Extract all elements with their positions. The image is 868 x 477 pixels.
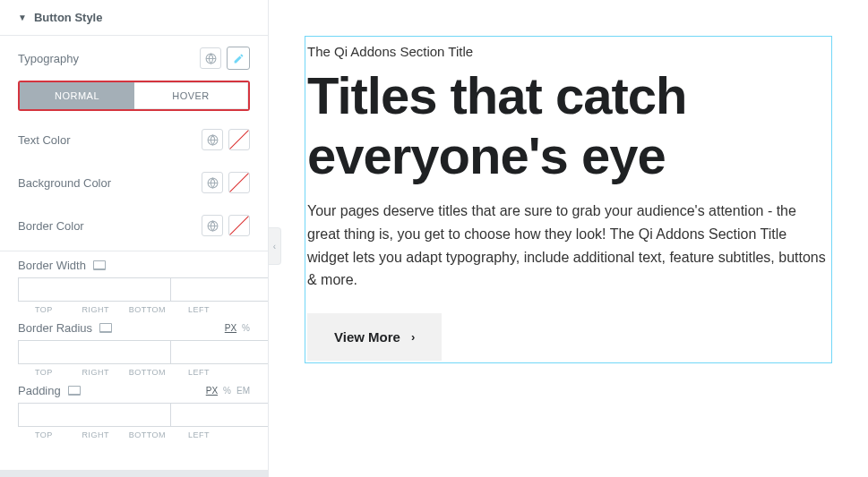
widget-subtitle: The Qi Addons Section Title [305,37,831,64]
section-title: Button Style [34,11,103,24]
section-title-widget[interactable]: The Qi Addons Section Title Titles that … [305,36,832,363]
border-color-label: Border Color [18,219,84,233]
responsive-icon[interactable] [93,260,106,270]
settings-sidebar: ▼ Button Style Typography NORMAL HOVER T… [0,0,269,477]
tab-normal[interactable]: NORMAL [20,82,134,109]
globe-icon[interactable] [202,172,223,193]
border-width-right[interactable] [170,277,269,302]
globe-icon[interactable] [202,129,223,150]
side-left: LEFT [173,368,225,377]
bg-color-row: Background Color [0,161,268,204]
border-radius-control: Border Radius PX % TOP RIGHT BOTTOM LEFT [0,314,268,377]
padding-label: Padding [18,384,61,397]
preview-canvas: The Qi Addons Section Title Titles that … [269,0,868,477]
side-right: RIGHT [70,368,122,377]
side-top: TOP [18,368,70,377]
button-label: View More [334,329,400,345]
responsive-icon[interactable] [68,386,81,396]
text-color-row: Text Color [0,118,268,161]
border-color-row: Border Color [0,204,268,247]
side-right: RIGHT [70,305,122,314]
globe-icon[interactable] [200,47,221,69]
unit-pct[interactable]: % [242,323,250,333]
caret-down-icon: ▼ [18,13,27,22]
side-left: LEFT [173,430,225,439]
border-radius-top[interactable] [18,340,170,364]
widget-title: Titles that catch everyone's eye [305,64,831,192]
side-top: TOP [18,305,70,314]
chevron-right-icon: › [411,330,415,344]
side-bottom: BOTTOM [122,305,174,314]
unit-px[interactable]: PX [225,323,236,333]
side-bottom: BOTTOM [122,368,174,377]
side-right: RIGHT [70,430,122,439]
sidebar-footer [0,470,269,477]
border-width-label: Border Width [18,259,86,272]
border-radius-right[interactable] [170,340,269,364]
typography-label: Typography [18,52,79,65]
text-color-label: Text Color [18,133,71,147]
bg-color-swatch[interactable] [228,172,250,193]
pencil-icon[interactable] [227,47,250,70]
view-more-button[interactable]: View More › [307,313,442,361]
border-width-control: Border Width TOP RIGHT BOTTOM LEFT [0,251,268,314]
tab-hover[interactable]: HOVER [134,82,248,109]
unit-pct[interactable]: % [223,386,231,396]
state-tabs: NORMAL HOVER [18,81,250,111]
border-color-swatch[interactable] [228,215,250,236]
globe-icon[interactable] [202,215,223,236]
padding-right[interactable] [170,403,269,427]
bg-color-label: Background Color [18,176,111,190]
side-left: LEFT [173,305,225,314]
text-color-swatch[interactable] [228,129,250,150]
border-width-top[interactable] [18,277,170,302]
border-radius-label: Border Radius [18,321,92,335]
section-header[interactable]: ▼ Button Style [0,0,268,36]
padding-top[interactable] [18,403,170,427]
side-top: TOP [18,430,70,439]
unit-em[interactable]: EM [236,386,250,396]
side-bottom: BOTTOM [122,430,174,439]
padding-control: Padding PX % EM TOP RIGHT BOTTOM LEFT [0,377,268,439]
unit-px[interactable]: PX [206,386,218,396]
typography-row: Typography [0,36,268,81]
widget-description: Your pages deserve titles that are sure … [305,192,831,312]
responsive-icon[interactable] [99,323,112,333]
